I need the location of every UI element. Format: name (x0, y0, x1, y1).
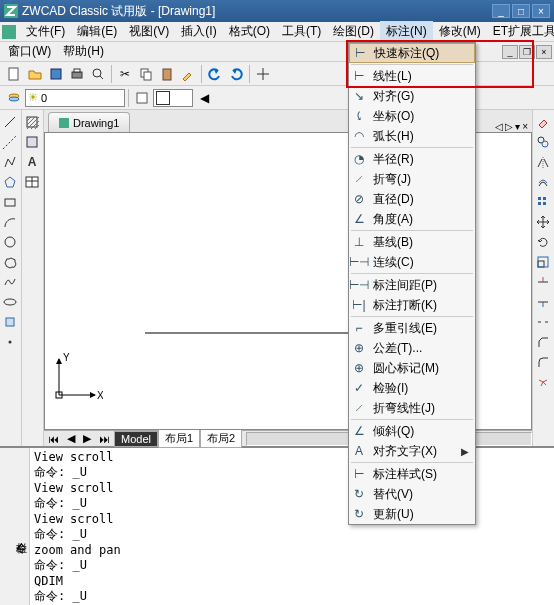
color-combo[interactable] (153, 89, 193, 107)
redo-icon[interactable] (226, 64, 246, 84)
block-icon[interactable] (0, 312, 20, 332)
menu-draw[interactable]: 绘图(D) (327, 21, 380, 42)
dim-menu-item-19[interactable]: ⊕公差(T)... (349, 338, 475, 358)
polyline-icon[interactable] (0, 152, 20, 172)
mirror-icon[interactable] (533, 152, 553, 172)
matchprop-icon[interactable] (178, 64, 198, 84)
rectangle-icon[interactable] (0, 192, 20, 212)
paste-icon[interactable] (157, 64, 177, 84)
ellipse-icon[interactable] (0, 292, 20, 312)
preview-icon[interactable] (88, 64, 108, 84)
dim-menu-item-9[interactable]: ⊘直径(D) (349, 189, 475, 209)
spline-icon[interactable] (0, 272, 20, 292)
dim-menu-item-29[interactable]: ↻更新(U) (349, 504, 475, 524)
dim-menu-item-8[interactable]: ⟋折弯(J) (349, 169, 475, 189)
tab-prev-icon[interactable]: ◁ (495, 121, 503, 132)
offset-icon[interactable] (533, 172, 553, 192)
copy-icon[interactable] (136, 64, 156, 84)
undo-icon[interactable] (205, 64, 225, 84)
layout-last-icon[interactable]: ⏭ (95, 433, 114, 445)
mdi-close[interactable]: × (536, 45, 552, 59)
layer-combo[interactable]: ☀ 0 (25, 89, 125, 107)
dim-menu-item-27[interactable]: ⊢标注样式(S) (349, 464, 475, 484)
minimize-button[interactable]: _ (492, 4, 510, 18)
tab-layout2[interactable]: 布局2 (200, 429, 242, 448)
layer-states-icon[interactable] (132, 88, 152, 108)
layout-first-icon[interactable]: ⏮ (44, 433, 63, 445)
menu-insert[interactable]: 插入(I) (175, 21, 222, 42)
layout-next-icon[interactable]: ▶ (79, 432, 95, 445)
extend-icon[interactable] (533, 292, 553, 312)
cut-icon[interactable]: ✂ (115, 64, 135, 84)
dim-menu-item-0[interactable]: ⊢快速标注(Q) (349, 43, 475, 63)
fillet-icon[interactable] (533, 352, 553, 372)
print-icon[interactable] (67, 64, 87, 84)
dim-menu-item-24[interactable]: ∠倾斜(Q) (349, 421, 475, 441)
line-icon[interactable] (0, 112, 20, 132)
rotate-icon[interactable] (533, 232, 553, 252)
tab-close-icon[interactable]: × (522, 121, 528, 132)
break-icon[interactable] (533, 312, 553, 332)
maximize-button[interactable]: □ (512, 4, 530, 18)
trim-icon[interactable] (533, 272, 553, 292)
dim-menu-item-5[interactable]: ◠弧长(H) (349, 126, 475, 146)
dim-menu-item-20[interactable]: ⊕圆心标记(M) (349, 358, 475, 378)
dim-menu-item-7[interactable]: ◔半径(R) (349, 149, 475, 169)
region-icon[interactable] (22, 132, 42, 152)
copy2-icon[interactable] (533, 132, 553, 152)
menu-edit[interactable]: 编辑(E) (71, 21, 123, 42)
table-icon2[interactable] (22, 172, 42, 192)
dim-menu-item-2[interactable]: ⊢线性(L) (349, 66, 475, 86)
tab-next-icon[interactable]: ▷ (505, 121, 513, 132)
new-icon[interactable] (4, 64, 24, 84)
dim-menu-item-10[interactable]: ∠角度(A) (349, 209, 475, 229)
text-icon[interactable]: A (22, 152, 42, 172)
menu-dimension[interactable]: 标注(N) (380, 21, 433, 42)
mdi-minimize[interactable]: _ (502, 45, 518, 59)
dim-menu-item-15[interactable]: ⊢⊣标注间距(P) (349, 275, 475, 295)
menu-et[interactable]: ET扩展工具(X) (487, 21, 554, 42)
dim-menu-item-22[interactable]: ⟋折弯线性(J) (349, 398, 475, 418)
polygon-icon[interactable] (0, 172, 20, 192)
dim-menu-item-21[interactable]: ✓检验(I) (349, 378, 475, 398)
menu-help[interactable]: 帮助(H) (57, 41, 110, 62)
doc-tab-drawing1[interactable]: Drawing1 (48, 112, 130, 132)
point-icon[interactable] (0, 332, 20, 352)
menu-window[interactable]: 窗口(W) (2, 41, 57, 62)
hatch-icon[interactable] (22, 112, 42, 132)
save-icon[interactable] (46, 64, 66, 84)
construction-line-icon[interactable] (0, 132, 20, 152)
prev-layer-icon[interactable]: ◀ (194, 88, 214, 108)
dim-menu-item-28[interactable]: ↻替代(V) (349, 484, 475, 504)
tab-model[interactable]: Model (114, 431, 158, 447)
circle-icon[interactable] (0, 232, 20, 252)
layer-manager-icon[interactable] (4, 88, 24, 108)
dim-menu-item-16[interactable]: ⊢|标注打断(K) (349, 295, 475, 315)
dim-menu-item-13[interactable]: ⊢⊣连续(C) (349, 252, 475, 272)
menu-tools[interactable]: 工具(T) (276, 21, 327, 42)
open-icon[interactable] (25, 64, 45, 84)
arc-icon[interactable] (0, 212, 20, 232)
explode-icon[interactable] (533, 372, 553, 392)
menu-view[interactable]: 视图(V) (123, 21, 175, 42)
array-icon[interactable] (533, 192, 553, 212)
close-button[interactable]: × (532, 4, 550, 18)
dim-menu-item-4[interactable]: ⤹坐标(O) (349, 106, 475, 126)
dim-menu-item-12[interactable]: ⊥基线(B) (349, 232, 475, 252)
layout-prev-icon[interactable]: ◀ (63, 432, 79, 445)
menu-format[interactable]: 格式(O) (223, 21, 276, 42)
erase-icon[interactable] (533, 112, 553, 132)
pan-icon[interactable] (253, 64, 273, 84)
tab-layout1[interactable]: 布局1 (158, 429, 200, 448)
menu-modify[interactable]: 修改(M) (433, 21, 487, 42)
menu-file[interactable]: 文件(F) (20, 21, 71, 42)
scale-icon[interactable] (533, 252, 553, 272)
dim-menu-item-18[interactable]: ⌐多重引线(E) (349, 318, 475, 338)
dim-menu-item-25[interactable]: A对齐文字(X)▶ (349, 441, 475, 461)
dim-menu-item-3[interactable]: ↘对齐(G) (349, 86, 475, 106)
move-icon[interactable] (533, 212, 553, 232)
tab-dropdown-icon[interactable]: ▾ (515, 121, 520, 132)
revcloud-icon[interactable] (0, 252, 20, 272)
mdi-restore[interactable]: ❐ (519, 45, 535, 59)
chamfer-icon[interactable] (533, 332, 553, 352)
